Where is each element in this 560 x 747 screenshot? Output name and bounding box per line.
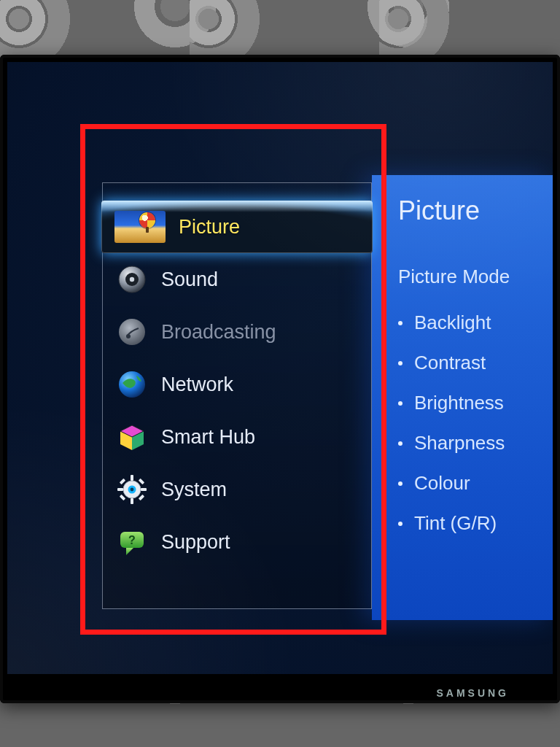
detail-option-backlight[interactable]: Backlight (398, 303, 532, 343)
svg-rect-17 (120, 495, 125, 500)
menu-item-system[interactable]: System (103, 463, 371, 516)
detail-option-tint[interactable]: Tint (G/R) (398, 503, 532, 543)
detail-option-sharpness[interactable]: Sharpness (398, 423, 532, 463)
help-icon: ? (116, 526, 148, 558)
tv-brand: SAMSUNG (436, 687, 509, 699)
menu-item-label: Smart Hub (161, 426, 255, 449)
menu-item-label: Network (161, 374, 233, 396)
main-menu: Picture (102, 182, 372, 609)
globe-icon (116, 368, 148, 400)
svg-rect-18 (139, 495, 144, 500)
cube-icon (116, 421, 148, 453)
svg-point-20 (131, 488, 134, 492)
detail-option-contrast[interactable]: Contrast (398, 343, 532, 383)
detail-panel: Picture Picture Mode Backlight Contrast … (372, 175, 553, 620)
menu-item-label: Broadcasting (161, 321, 276, 344)
satellite-icon (116, 316, 148, 348)
menu-item-network[interactable]: Network (103, 358, 371, 411)
menu-item-smart-hub[interactable]: Smart Hub (103, 411, 371, 463)
speaker-icon (116, 263, 148, 295)
svg-text:?: ? (128, 534, 136, 546)
detail-title: Picture (398, 196, 532, 226)
svg-rect-16 (139, 479, 144, 484)
svg-rect-13 (117, 488, 123, 491)
menu-item-label: System (161, 479, 227, 501)
detail-subtitle[interactable]: Picture Mode (398, 266, 532, 288)
tv-frame: Picture Picture Mode Backlight Contrast … (0, 55, 560, 703)
menu-item-label: Picture (179, 216, 240, 239)
menu-item-label: Sound (161, 268, 218, 291)
menu-item-picture[interactable]: Picture (101, 201, 373, 253)
svg-rect-15 (120, 479, 125, 484)
gear-icon (116, 473, 148, 506)
menu-item-sound[interactable]: Sound (103, 253, 371, 306)
svg-rect-12 (131, 498, 133, 504)
detail-option-colour[interactable]: Colour (398, 463, 532, 503)
tv-screen: Picture Picture Mode Backlight Contrast … (7, 62, 553, 674)
menu-item-label: Support (161, 531, 230, 554)
menu-item-broadcasting: Broadcasting (103, 306, 371, 358)
detail-options: Backlight Contrast Brightness Sharpness … (398, 303, 532, 543)
svg-rect-14 (141, 488, 147, 491)
picture-icon (114, 211, 166, 243)
detail-option-brightness[interactable]: Brightness (398, 383, 532, 423)
svg-point-4 (126, 334, 131, 338)
svg-point-2 (130, 277, 134, 282)
svg-rect-11 (131, 475, 133, 481)
menu-item-support[interactable]: ? Support (103, 516, 371, 568)
